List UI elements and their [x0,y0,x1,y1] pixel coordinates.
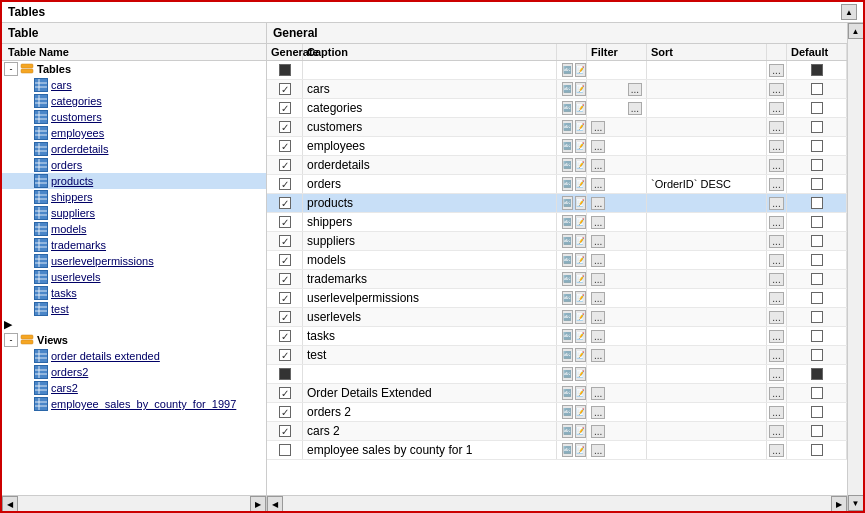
cell-caption[interactable]: Order Details Extended [303,384,557,402]
icon-btn-2[interactable]: 📝 [575,329,586,343]
filter-dots[interactable]: ... [628,102,642,115]
cell-sort[interactable] [647,384,767,402]
filter-dots[interactable]: ... [591,330,605,343]
icon-btn-2[interactable]: 📝 [575,386,586,400]
cell-sort-dots[interactable]: ... [767,213,787,231]
default-checkbox[interactable] [811,64,823,76]
icon-btn-1[interactable]: 🔤 [562,424,573,438]
cell-default[interactable] [787,251,847,269]
sort-dots[interactable]: ... [769,83,783,96]
filter-dots[interactable]: ... [591,140,605,153]
sort-dots[interactable]: ... [769,235,783,248]
cell-generate[interactable] [267,175,303,193]
icon-btn-2[interactable]: 📝 [575,443,586,457]
tree-item-userlevels[interactable]: userlevels [2,269,266,285]
default-checkbox[interactable] [811,178,823,190]
scroll-left-btn[interactable]: ◀ [2,496,18,511]
icon-btn-2[interactable]: 📝 [575,139,586,153]
cell-caption[interactable]: products [303,194,557,212]
icon-btn-2[interactable]: 📝 [575,272,586,286]
cell-default[interactable] [787,270,847,288]
default-checkbox[interactable] [811,387,823,399]
icon-btn-1[interactable]: 🔤 [562,158,573,172]
default-checkbox[interactable] [811,311,823,323]
left-scrollbar[interactable]: ◀ ▶ [2,495,266,511]
icon-btn-1[interactable]: 🔤 [562,120,573,134]
filter-dots[interactable]: ... [591,425,605,438]
generate-checkbox[interactable] [279,387,291,399]
default-checkbox[interactable] [811,368,823,380]
filter-dots[interactable]: ... [628,83,642,96]
icon-btn-2[interactable]: 📝 [575,82,586,96]
cell-sort-dots[interactable]: ... [767,441,787,459]
cell-generate[interactable] [267,61,303,79]
cell-sort[interactable] [647,194,767,212]
icon-btn-1[interactable]: 🔤 [562,443,573,457]
icon-btn-2[interactable]: 📝 [575,120,586,134]
tree-item-categories[interactable]: categories [2,93,266,109]
cell-generate[interactable] [267,156,303,174]
default-checkbox[interactable] [811,273,823,285]
cell-sort-dots[interactable]: ... [767,346,787,364]
cell-caption[interactable]: customers [303,118,557,136]
tree-item-orderdetails[interactable]: orderdetails [2,141,266,157]
icon-btn-1[interactable]: 🔤 [562,367,573,381]
cell-sort[interactable] [647,213,767,231]
default-checkbox[interactable] [811,349,823,361]
right-bottom-scrollbar[interactable]: ◀ ▶ [267,495,847,511]
icon-btn-1[interactable]: 🔤 [562,405,573,419]
generate-checkbox[interactable] [279,178,291,190]
icon-btn-1[interactable]: 🔤 [562,177,573,191]
scroll-right-btn[interactable]: ▶ [831,496,847,511]
tree-area[interactable]: - Tables cars categories [2,61,266,495]
cell-default[interactable] [787,365,847,383]
generate-checkbox[interactable] [279,83,291,95]
cell-sort[interactable] [647,99,767,117]
sort-dots[interactable]: ... [769,311,783,324]
sort-dots[interactable]: ... [769,197,783,210]
sort-dots[interactable]: ... [769,64,783,77]
cell-default[interactable] [787,175,847,193]
generate-checkbox[interactable] [279,121,291,133]
generate-checkbox[interactable] [279,273,291,285]
cell-filter[interactable]: ... [587,289,647,307]
cell-sort-dots[interactable]: ... [767,384,787,402]
filter-dots[interactable]: ... [591,311,605,324]
cell-caption[interactable]: userlevels [303,308,557,326]
cell-filter[interactable]: ... [587,213,647,231]
cell-caption[interactable]: categories [303,99,557,117]
cell-generate[interactable] [267,213,303,231]
sort-dots[interactable]: ... [769,178,783,191]
scroll-right-btn[interactable]: ▶ [250,496,266,511]
icon-btn-2[interactable]: 📝 [575,348,586,362]
cell-sort-dots[interactable]: ... [767,232,787,250]
default-checkbox[interactable] [811,444,823,456]
sort-dots[interactable]: ... [769,349,783,362]
icon-btn-1[interactable]: 🔤 [562,139,573,153]
cell-generate[interactable] [267,422,303,440]
cell-caption[interactable]: orders 2 [303,403,557,421]
cell-sort[interactable] [647,422,767,440]
cell-filter[interactable]: ... [587,232,647,250]
cell-sort-dots[interactable]: ... [767,251,787,269]
icon-btn-1[interactable]: 🔤 [562,348,573,362]
filter-dots[interactable]: ... [591,444,605,457]
cell-filter[interactable]: ... [587,441,647,459]
scroll-down-btn[interactable]: ▼ [848,495,864,511]
tree-item-employee-sales[interactable]: employee_sales_by_county_for_1997 [2,396,266,412]
default-checkbox[interactable] [811,140,823,152]
sort-dots[interactable]: ... [769,406,783,419]
tree-item-orders2[interactable]: orders2 [2,364,266,380]
cell-sort-dots[interactable]: ... [767,137,787,155]
sort-dots[interactable]: ... [769,140,783,153]
cell-sort[interactable] [647,232,767,250]
cell-sort-dots[interactable]: ... [767,422,787,440]
cell-sort[interactable] [647,270,767,288]
cell-default[interactable] [787,61,847,79]
cell-generate[interactable] [267,327,303,345]
cell-generate[interactable] [267,308,303,326]
icon-btn-1[interactable]: 🔤 [562,386,573,400]
sort-dots[interactable]: ... [769,368,783,381]
cell-filter[interactable]: ... [587,270,647,288]
icon-btn-2[interactable]: 📝 [575,367,586,381]
